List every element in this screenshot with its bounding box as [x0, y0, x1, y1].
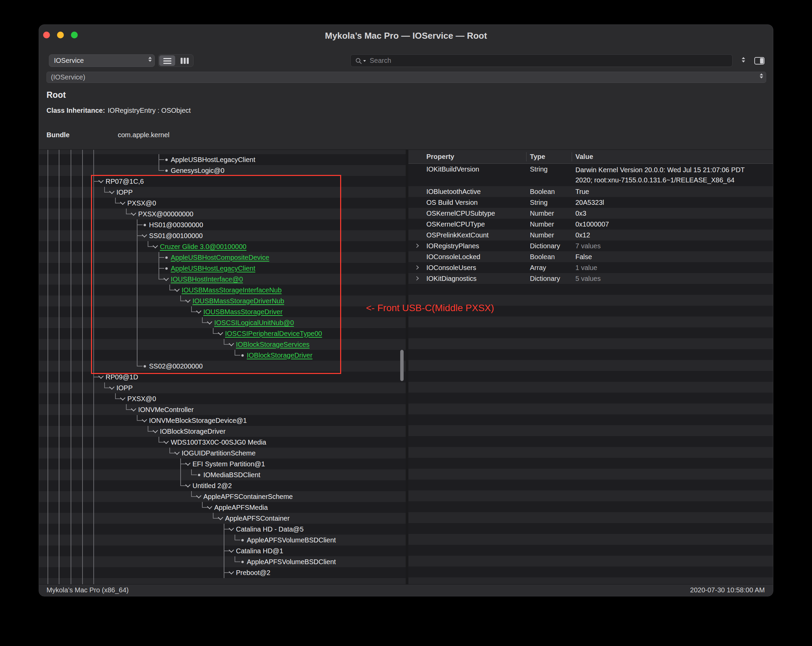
- tree-node[interactable]: AppleAPFSContainerScheme: [39, 491, 406, 502]
- tree-node-label[interactable]: AppleAPFSContainerScheme: [203, 491, 293, 502]
- tree-node-label[interactable]: AppleAPFSContainer: [225, 513, 290, 524]
- property-row[interactable]: IOConsoleUsersArray1 value: [408, 262, 773, 273]
- disclosure-chevron-right-icon[interactable]: [415, 243, 419, 248]
- tree-node[interactable]: Cruzer Glide 3.0@00100000: [39, 241, 406, 252]
- chevron-down-icon[interactable]: [196, 493, 201, 499]
- chevron-down-icon[interactable]: [131, 211, 136, 216]
- tree-node[interactable]: PXSX@00000000: [39, 208, 406, 219]
- pane-divider[interactable]: [406, 150, 408, 585]
- tree-node[interactable]: AppleAPFSVolumeBSDClient: [39, 534, 406, 545]
- tree-node[interactable]: SS02@00200000: [39, 361, 406, 372]
- tree-node-label[interactable]: RP07@1C,6: [105, 176, 144, 187]
- chevron-down-icon[interactable]: [229, 526, 234, 531]
- tree-node[interactable]: IOUSBMassStorageInterfaceNub: [39, 285, 406, 295]
- tree-node[interactable]: PXSX@0: [39, 393, 406, 404]
- chevron-down-icon[interactable]: [131, 406, 136, 412]
- chevron-down-icon[interactable]: [109, 384, 115, 390]
- chevron-down-icon[interactable]: [163, 439, 169, 444]
- stepper-down-icon[interactable]: [742, 60, 745, 63]
- tree-node-label[interactable]: IOUSBMassStorageDriverNub: [192, 295, 284, 306]
- tree-node-label[interactable]: EFI System Partition@1: [192, 459, 265, 469]
- tree-node[interactable]: Catalina HD - Data@5: [39, 524, 406, 534]
- tree-node-label[interactable]: PXSX@00000000: [138, 208, 194, 219]
- chevron-down-icon[interactable]: [185, 297, 191, 303]
- tree-node-label[interactable]: Cruzer Glide 3.0@00100000: [160, 241, 246, 252]
- tree-node-label[interactable]: IOBlockStorageServices: [236, 339, 310, 350]
- plane-selector-dropdown[interactable]: IOService: [49, 54, 155, 67]
- chevron-down-icon[interactable]: [120, 200, 125, 205]
- tree-node-label[interactable]: AppleUSBHostCompositeDevice: [171, 252, 269, 263]
- search-input[interactable]: [369, 55, 708, 66]
- tree-node-label[interactable]: IOPP: [116, 383, 133, 393]
- path-bar-dropdown[interactable]: (IOService): [46, 72, 766, 83]
- tree-node[interactable]: IOPP: [39, 383, 406, 393]
- tree-node-label[interactable]: PXSX@0: [127, 393, 156, 404]
- tree-node-label[interactable]: WDS100T3X0C-00SJG0 Media: [171, 437, 266, 448]
- tree-node-label[interactable]: IONVMeBlockStorageDevice@1: [149, 415, 247, 426]
- chevron-down-icon[interactable]: [229, 548, 234, 553]
- tree-node[interactable]: IOSCSIPeripheralDeviceType00: [39, 328, 406, 339]
- tree-node[interactable]: RP07@1C,6: [39, 176, 406, 187]
- tree-node[interactable]: IOBlockStorageDriver: [39, 350, 406, 361]
- property-row[interactable]: OSKernelCPUSubtypeNumber0x3: [408, 208, 773, 219]
- disclosure-chevron-right-icon[interactable]: [415, 276, 419, 280]
- chevron-down-icon[interactable]: [229, 569, 234, 575]
- tree-node[interactable]: IOBlockStorageServices: [39, 339, 406, 350]
- tree-node-label[interactable]: IOSCSIPeripheralDeviceType00: [225, 328, 322, 339]
- column-view-button[interactable]: [177, 55, 192, 66]
- chevron-down-icon[interactable]: [142, 417, 147, 423]
- tree-node-label[interactable]: IOUSBMassStorageInterfaceNub: [182, 285, 282, 295]
- tree-node[interactable]: Preboot@2: [39, 567, 406, 578]
- property-row[interactable]: OSKernelCPUTypeNumber0x1000007: [408, 219, 773, 230]
- chevron-down-icon[interactable]: [98, 178, 104, 184]
- tree-node[interactable]: IOUSBMassStorageDriverNub: [39, 295, 406, 306]
- tree-node-label[interactable]: Preboot@2: [236, 567, 270, 578]
- tree-node[interactable]: HS01@00300000: [39, 219, 406, 230]
- chevron-down-icon[interactable]: [163, 276, 169, 281]
- chevron-down-icon[interactable]: [196, 308, 201, 314]
- chevron-down-icon[interactable]: [174, 450, 180, 455]
- tree-node-label[interactable]: PXSX@0: [127, 197, 156, 208]
- chevron-down-icon[interactable]: [229, 341, 234, 346]
- tree-node[interactable]: AppleUSBHostLegacyClient: [39, 263, 406, 274]
- tree-node[interactable]: IOUSBMassStorageDriver: [39, 306, 406, 317]
- property-row[interactable]: IOKitDiagnosticsDictionary5 values: [408, 273, 773, 284]
- tree-node[interactable]: IONVMeBlockStorageDevice@1: [39, 415, 406, 426]
- tree-node[interactable]: AppleUSBHostLegacyClient: [39, 154, 406, 165]
- tree-node-label[interactable]: IOBlockStorageDriver: [160, 426, 225, 437]
- tree-node[interactable]: AppleAPFSMedia: [39, 502, 406, 513]
- tree-node[interactable]: AppleAPFSContainer: [39, 513, 406, 524]
- inspector-toggle-button[interactable]: [752, 54, 767, 67]
- tree-node-label[interactable]: IOUSBHostInterface@0: [171, 274, 243, 285]
- chevron-down-icon[interactable]: [174, 287, 180, 292]
- tree-node-label[interactable]: IOMediaBSDClient: [203, 469, 260, 480]
- tree-node[interactable]: IOMediaBSDClient: [39, 469, 406, 480]
- property-row[interactable]: IORegistryPlanesDictionary7 values: [408, 240, 773, 251]
- tree-node-label[interactable]: GenesysLogic@0: [171, 165, 224, 176]
- header-value[interactable]: Value: [575, 150, 593, 163]
- chevron-down-icon[interactable]: [185, 461, 191, 466]
- search-field[interactable]: [350, 54, 733, 67]
- disclosure-chevron-right-icon[interactable]: [415, 265, 419, 270]
- stepper-up-icon[interactable]: [742, 57, 745, 59]
- property-row[interactable]: OS Build VersionString20A5323l: [408, 197, 773, 208]
- tree-node[interactable]: AppleUSBHostCompositeDevice: [39, 252, 406, 263]
- tree-node-label[interactable]: RP09@1D: [105, 372, 138, 383]
- chevron-down-icon[interactable]: [207, 504, 212, 510]
- tree-node-label[interactable]: Untitled 2@2: [192, 480, 232, 491]
- tree-node[interactable]: AppleAPFSVolumeBSDClient: [39, 556, 406, 567]
- tree-node[interactable]: EFI System Partition@1: [39, 459, 406, 469]
- tree-node[interactable]: Untitled 2@2: [39, 480, 406, 491]
- tree-node-label[interactable]: AppleAPFSVolumeBSDClient: [247, 556, 336, 567]
- property-row[interactable]: OSPrelinkKextCountNumber0x12: [408, 230, 773, 240]
- tree-node[interactable]: WDS100T3X0C-00SJG0 Media: [39, 437, 406, 448]
- tree-node-label[interactable]: IOSCSILogicalUnitNub@0: [214, 317, 294, 328]
- chevron-down-icon[interactable]: [98, 374, 104, 379]
- property-row[interactable]: IOKitBuildVersionStringDarwin Kernel Ver…: [408, 164, 773, 186]
- tree-node-label[interactable]: AppleAPFSVolumeBSDClient: [247, 534, 336, 545]
- property-row[interactable]: IOBluetoothActiveBooleanTrue: [408, 186, 773, 197]
- tree-node[interactable]: IONVMeController: [39, 404, 406, 415]
- chevron-down-icon[interactable]: [218, 330, 223, 335]
- chevron-down-icon[interactable]: [153, 428, 158, 433]
- header-property[interactable]: Property: [426, 150, 454, 163]
